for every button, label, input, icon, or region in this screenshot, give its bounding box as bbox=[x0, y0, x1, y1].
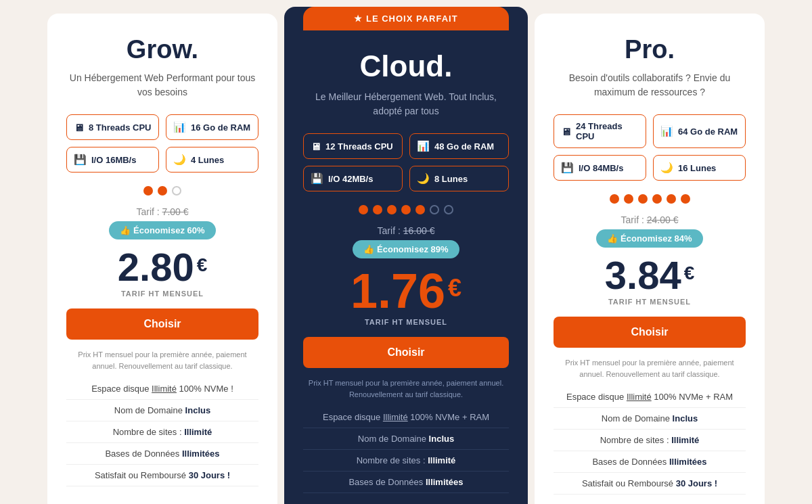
choose-btn-pro[interactable]: Choisir bbox=[554, 317, 746, 348]
price-note-grow: Prix HT mensuel pour la première année, … bbox=[66, 349, 258, 371]
spec-badge-cloud-2: 💾 I/O 42MB/s bbox=[303, 166, 403, 191]
dot-cloud-3 bbox=[401, 205, 411, 214]
feature-item-pro-2: Nombre de sites : Illimité bbox=[554, 435, 746, 451]
price-currency-grow: € bbox=[197, 256, 208, 275]
spec-icon-pro-1: 📊 bbox=[660, 125, 673, 137]
specs-grid-pro: 🖥 24 Threads CPU 📊 64 Go de RAM 💾 I/O 84… bbox=[554, 114, 746, 181]
feature-item-grow-3: Bases de Données Illimitées bbox=[66, 449, 258, 465]
price-value-grow: 2.80 bbox=[118, 248, 194, 287]
dot-cloud-0 bbox=[359, 205, 368, 214]
feature-item-cloud-0: Espace disque Illimité 100% NVMe + RAM bbox=[303, 412, 509, 428]
dot-grow-0 bbox=[143, 186, 153, 196]
price-note-pro: Prix HT mensuel pour la première année, … bbox=[554, 357, 746, 380]
dot-cloud-1 bbox=[373, 205, 382, 214]
feature-item-grow-1: Nom de Domaine Inclus bbox=[66, 405, 258, 421]
price-currency-cloud: € bbox=[448, 276, 461, 300]
dot-cloud-2 bbox=[387, 205, 397, 214]
feature-item-grow-4: Satisfait ou Remboursé 30 Jours ! bbox=[66, 470, 258, 486]
spec-badge-pro-0: 🖥 24 Threads CPU bbox=[554, 114, 646, 148]
spec-icon-pro-0: 🖥 bbox=[561, 126, 571, 137]
features-list-pro: Espace disque Illimité 100% NVMe + RAMNo… bbox=[554, 392, 746, 495]
dot-grow-1 bbox=[158, 186, 167, 196]
plan-card-pro: Pro.Besoin d'outils collaboratifs ? Envi… bbox=[535, 14, 765, 504]
price-period-grow: TARIF HT MENSUEL bbox=[121, 290, 204, 298]
spec-badge-cloud-0: 🖥 12 Threads CPU bbox=[303, 133, 403, 159]
price-main-grow: 2.80€ bbox=[118, 248, 207, 287]
economy-badge-cloud: 👍 Économisez 89% bbox=[353, 240, 459, 258]
economy-badge-grow: 👍 Économisez 60% bbox=[109, 221, 215, 239]
feature-item-pro-3: Bases de Données Illimitées bbox=[554, 457, 746, 473]
dot-grow-2 bbox=[172, 186, 181, 196]
spec-icon-grow-1: 📊 bbox=[173, 121, 186, 133]
plan-card-cloud: ★ LE CHOIX PARFAITCloud.Le Meilleur Hébe… bbox=[284, 7, 528, 504]
spec-label-cloud-2: I/O 42MB/s bbox=[328, 174, 373, 184]
price-main-cloud: 1.76€ bbox=[351, 267, 461, 315]
spec-badge-grow-3: 🌙 4 Lunes bbox=[166, 147, 258, 173]
spec-label-grow-1: 16 Go de RAM bbox=[191, 122, 250, 133]
feature-item-cloud-2: Nombre de sites : Illimité bbox=[303, 455, 509, 472]
spec-label-cloud-0: 12 Threads CPU bbox=[325, 141, 393, 152]
plan-card-grow: Grow.Un Hébergement Web Performant pour … bbox=[47, 14, 277, 504]
spec-badge-pro-1: 📊 64 Go de RAM bbox=[653, 114, 746, 148]
spec-label-pro-1: 64 Go de RAM bbox=[678, 127, 738, 137]
features-list-grow: Espace disque Illimité 100% NVMe !Nom de… bbox=[66, 384, 258, 486]
spec-icon-cloud-0: 🖥 bbox=[311, 141, 321, 152]
spec-badge-pro-2: 💾 I/O 84MB/s bbox=[554, 155, 646, 181]
choose-btn-cloud[interactable]: Choisir bbox=[303, 337, 509, 368]
dot-pro-2 bbox=[638, 194, 648, 204]
spec-label-cloud-1: 48 Go de RAM bbox=[434, 141, 494, 152]
plan-desc-pro: Besoin d'outils collaboratifs ? Envie du… bbox=[554, 71, 746, 99]
price-period-cloud: TARIF HT MENSUEL bbox=[365, 318, 447, 326]
spec-icon-cloud-1: 📊 bbox=[417, 140, 430, 152]
plan-name-pro: Pro. bbox=[625, 35, 675, 64]
spec-badge-cloud-3: 🌙 8 Lunes bbox=[409, 166, 509, 191]
dot-cloud-6 bbox=[444, 205, 453, 214]
spec-badge-grow-1: 📊 16 Go de RAM bbox=[166, 114, 258, 140]
features-list-cloud: Espace disque Illimité 100% NVMe + RAMNo… bbox=[303, 412, 509, 493]
feature-item-cloud-3: Bases de Données Illimitées bbox=[303, 477, 509, 493]
dot-pro-4 bbox=[667, 194, 676, 204]
price-value-pro: 3.84 bbox=[605, 256, 681, 295]
feature-item-pro-4: Satisfait ou Remboursé 30 Jours ! bbox=[554, 478, 746, 495]
tarif-label-cloud: Tarif : 16.00 € bbox=[378, 225, 435, 236]
pricing-container: Grow.Un Hébergement Web Performant pour … bbox=[14, 14, 798, 504]
spec-badge-grow-0: 🖥 8 Threads CPU bbox=[66, 114, 159, 140]
plan-name-grow: Grow. bbox=[127, 35, 198, 64]
plan-desc-grow: Un Hébergement Web Performant pour tous … bbox=[66, 71, 258, 99]
spec-icon-cloud-2: 💾 bbox=[311, 173, 323, 185]
spec-label-grow-3: 4 Lunes bbox=[191, 155, 224, 165]
plan-name-cloud: Cloud. bbox=[360, 49, 453, 83]
spec-icon-grow-0: 🖥 bbox=[74, 122, 84, 133]
spec-icon-cloud-3: 🌙 bbox=[417, 173, 430, 185]
dot-pro-0 bbox=[610, 194, 619, 204]
spec-icon-pro-3: 🌙 bbox=[660, 162, 673, 174]
tarif-label-grow: Tarif : 7.00 € bbox=[136, 206, 188, 217]
dot-cloud-4 bbox=[415, 205, 425, 214]
spec-badge-pro-3: 🌙 16 Lunes bbox=[653, 155, 746, 181]
feature-item-cloud-1: Nom de Domaine Inclus bbox=[303, 434, 509, 450]
spec-label-grow-2: I/O 16MB/s bbox=[91, 155, 136, 165]
spec-label-cloud-3: 8 Lunes bbox=[434, 174, 468, 184]
spec-icon-grow-2: 💾 bbox=[74, 154, 87, 166]
spec-label-grow-0: 8 Threads CPU bbox=[89, 122, 151, 133]
price-value-cloud: 1.76 bbox=[351, 267, 445, 315]
specs-grid-grow: 🖥 8 Threads CPU 📊 16 Go de RAM 💾 I/O 16M… bbox=[66, 114, 258, 173]
plan-desc-cloud: Le Meilleur Hébergement Web. Tout Inclus… bbox=[303, 90, 509, 118]
economy-badge-pro: 👍 Économisez 84% bbox=[596, 229, 702, 248]
price-note-cloud: Prix HT mensuel pour la première année, … bbox=[303, 377, 509, 400]
feature-item-pro-0: Espace disque Illimité 100% NVMe + RAM bbox=[554, 392, 746, 408]
feature-item-grow-0: Espace disque Illimité 100% NVMe ! bbox=[66, 384, 258, 400]
dots-row-grow bbox=[143, 186, 181, 196]
spec-badge-cloud-1: 📊 48 Go de RAM bbox=[409, 133, 509, 159]
price-main-pro: 3.84€ bbox=[605, 256, 694, 295]
featured-badge: ★ LE CHOIX PARFAIT bbox=[303, 7, 509, 30]
spec-label-pro-3: 16 Lunes bbox=[678, 163, 716, 173]
dot-pro-3 bbox=[652, 194, 662, 204]
dot-pro-5 bbox=[681, 194, 690, 204]
spec-label-pro-0: 24 Threads CPU bbox=[576, 121, 639, 141]
spec-icon-pro-2: 💾 bbox=[561, 162, 574, 174]
dot-pro-1 bbox=[624, 194, 633, 204]
choose-btn-grow[interactable]: Choisir bbox=[66, 308, 258, 340]
spec-icon-grow-3: 🌙 bbox=[173, 154, 186, 166]
feature-item-grow-2: Nombre de sites : Illimité bbox=[66, 427, 258, 443]
